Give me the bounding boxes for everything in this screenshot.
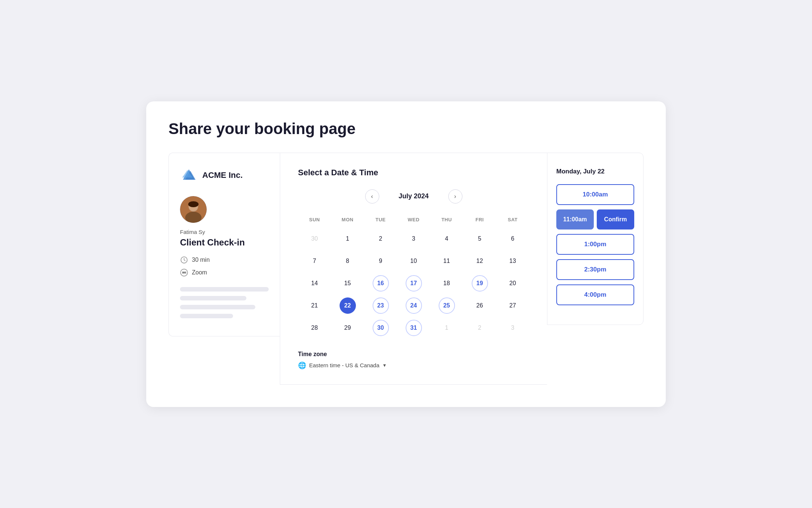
weekday-sun: SUN [298, 214, 331, 228]
calendar-grid: SUN MON TUE WED THU FRI SAT 301234567891… [298, 214, 529, 339]
skeleton-line-1 [180, 287, 269, 292]
timeslot-4pm[interactable]: 4:00pm [556, 284, 634, 305]
calendar-cell: 21 [298, 294, 331, 317]
calendar-cell: 2 [463, 317, 496, 339]
calendar-cell: 1 [331, 228, 364, 250]
svg-point-4 [188, 201, 199, 207]
calendar-cell: 2 [364, 228, 397, 250]
cal-day-2-available[interactable]: 2 [373, 231, 389, 247]
selected-date-label: Monday, July 22 [556, 168, 634, 175]
calendar-cell: 4 [430, 228, 463, 250]
calendar-cell: 10 [397, 250, 430, 272]
cal-day-31-highlighted[interactable]: 31 [406, 320, 422, 336]
cal-day-26-available[interactable]: 26 [472, 297, 488, 314]
calendar-cell: 20 [496, 272, 529, 294]
cal-day-17-highlighted[interactable]: 17 [406, 275, 422, 292]
calendar-cell: 29 [331, 317, 364, 339]
calendar-cell: 15 [331, 272, 364, 294]
cal-day-28-available[interactable]: 28 [307, 320, 323, 336]
timeslots-section: Monday, July 22 10:00am 11:00am Confirm … [547, 153, 644, 325]
zoom-icon [180, 268, 188, 277]
calendar-cell: 12 [463, 250, 496, 272]
cal-day-30-highlighted[interactable]: 30 [373, 320, 389, 336]
timezone-section: Time zone 🌐 Eastern time - US & Canada ▼ [298, 351, 529, 369]
timezone-select[interactable]: 🌐 Eastern time - US & Canada ▼ [298, 361, 529, 369]
cal-day-29-available[interactable]: 29 [340, 320, 356, 336]
cal-day-16-highlighted[interactable]: 16 [373, 275, 389, 292]
cal-day-4-available[interactable]: 4 [439, 231, 455, 247]
company-name: ACME Inc. [202, 170, 243, 180]
calendar-cell: 26 [463, 294, 496, 317]
duration-meta: 30 min [180, 256, 269, 264]
globe-icon: 🌐 [298, 361, 306, 369]
cal-day-18-available[interactable]: 18 [439, 275, 455, 292]
calendar-cell: 17 [397, 272, 430, 294]
company-logo: ACME Inc. [180, 166, 269, 184]
cal-day-15-available[interactable]: 15 [340, 275, 356, 292]
avatar-image [180, 196, 207, 223]
weekday-thu: THU [430, 214, 463, 228]
host-name: Fatima Sy [180, 229, 269, 235]
cal-day-5-available[interactable]: 5 [472, 231, 488, 247]
cal-day-3-available[interactable]: 3 [406, 231, 422, 247]
calendar-cell: 22 [331, 294, 364, 317]
calendar-cell: 16 [364, 272, 397, 294]
cal-day-9-available[interactable]: 9 [373, 253, 389, 269]
calendar-section: Select a Date & Time ‹ July 2024 › SUN M… [280, 153, 547, 385]
cal-day-14-available[interactable]: 14 [307, 275, 323, 292]
cal-day-12-available[interactable]: 12 [472, 253, 488, 269]
cal-day-23-highlighted[interactable]: 23 [373, 297, 389, 314]
cal-day-27-available[interactable]: 27 [505, 297, 521, 314]
calendar-week-5: 28293031123 [298, 317, 529, 339]
calendar-week-3: 14151617181920 [298, 272, 529, 294]
cal-day-25-highlighted[interactable]: 25 [439, 297, 455, 314]
timeslot-230pm[interactable]: 2:30pm [556, 259, 634, 280]
cal-day-30-other-month: 30 [307, 231, 323, 247]
calendar-cell: 5 [463, 228, 496, 250]
weekday-mon: MON [331, 214, 364, 228]
confirm-button[interactable]: Confirm [597, 209, 634, 229]
calendar-cell: 6 [496, 228, 529, 250]
timeslot-11am[interactable]: 11:00am [556, 209, 594, 229]
weekday-tue: TUE [364, 214, 397, 228]
cal-day-20-available[interactable]: 20 [505, 275, 521, 292]
calendar-cell: 24 [397, 294, 430, 317]
prev-month-button[interactable]: ‹ [365, 189, 379, 203]
timezone-chevron-icon: ▼ [382, 363, 387, 368]
calendar-cell: 25 [430, 294, 463, 317]
calendar-cell: 14 [298, 272, 331, 294]
weekday-wed: WED [397, 214, 430, 228]
timeslot-10am[interactable]: 10:00am [556, 184, 634, 205]
timeslot-1pm[interactable]: 1:00pm [556, 234, 634, 255]
acme-logo-icon [180, 166, 198, 184]
timezone-value: Eastern time - US & Canada [309, 362, 379, 368]
cal-day-6-available[interactable]: 6 [505, 231, 521, 247]
cal-day-1-available[interactable]: 1 [340, 231, 356, 247]
calendar-cell: 1 [430, 317, 463, 339]
main-content: ACME Inc. Fatima Sy Client Check-in [168, 153, 644, 385]
calendar-cell: 23 [364, 294, 397, 317]
month-label: July 2024 [390, 192, 438, 200]
calendar-section-title: Select a Date & Time [298, 168, 529, 178]
avatar [180, 196, 207, 223]
calendar-cell: 7 [298, 250, 331, 272]
calendar-cell: 27 [496, 294, 529, 317]
cal-day-8-available[interactable]: 8 [340, 253, 356, 269]
timezone-label: Time zone [298, 351, 529, 358]
calendar-week-2: 78910111213 [298, 250, 529, 272]
calendar-cell: 19 [463, 272, 496, 294]
calendar-cell: 30 [298, 228, 331, 250]
cal-day-21-available[interactable]: 21 [307, 297, 323, 314]
weekday-sat: SAT [496, 214, 529, 228]
cal-day-7-available[interactable]: 7 [307, 253, 323, 269]
cal-day-10-available[interactable]: 10 [406, 253, 422, 269]
skeleton-line-3 [180, 305, 255, 309]
next-month-button[interactable]: › [448, 189, 462, 203]
cal-day-22-selected[interactable]: 22 [340, 297, 356, 314]
cal-day-11-available[interactable]: 11 [439, 253, 455, 269]
calendar-cell: 3 [496, 317, 529, 339]
cal-day-24-highlighted[interactable]: 24 [406, 297, 422, 314]
cal-day-13-available[interactable]: 13 [505, 253, 521, 269]
booking-page-card: Share your booking page ACME Inc. [146, 101, 666, 407]
cal-day-19-highlighted[interactable]: 19 [472, 275, 488, 292]
